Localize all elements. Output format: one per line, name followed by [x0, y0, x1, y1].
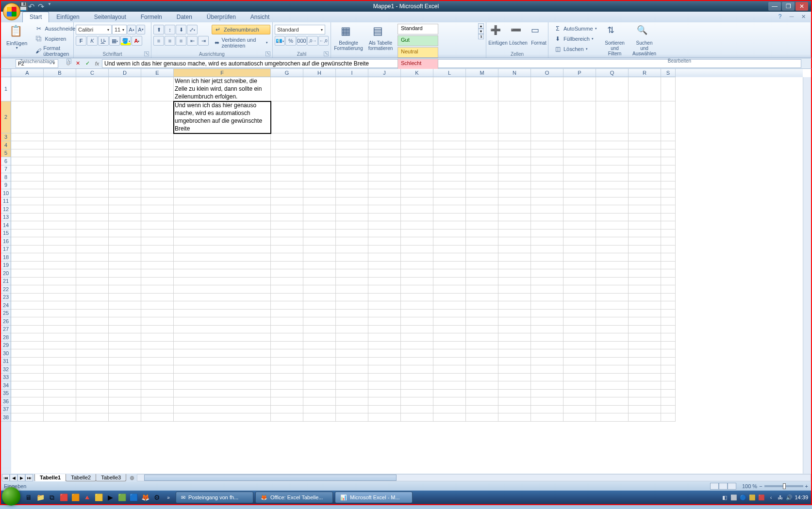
cell-S17[interactable]	[661, 246, 676, 254]
row-header-11[interactable]: 11	[1, 197, 11, 206]
cell-N13[interactable]	[498, 213, 531, 222]
cell-L8[interactable]	[433, 173, 466, 181]
row-header-23[interactable]: 23	[1, 294, 11, 302]
help-icon[interactable]: ?	[776, 13, 784, 20]
cell-K22[interactable]	[401, 285, 433, 294]
cell-E25[interactable]	[141, 310, 174, 318]
row-header-37[interactable]: 37	[1, 406, 11, 414]
cell-R24[interactable]	[629, 301, 661, 310]
cell-I18[interactable]	[336, 253, 368, 262]
cell-J16[interactable]	[368, 237, 401, 246]
cell-B3[interactable]	[44, 133, 76, 142]
cell-C31[interactable]	[76, 358, 109, 366]
cell-D35[interactable]	[109, 390, 141, 398]
cell-C28[interactable]	[76, 333, 109, 342]
font-size-combo[interactable]: 11▾	[112, 25, 127, 34]
cell-E10[interactable]	[141, 189, 174, 197]
cell-B16[interactable]	[44, 237, 76, 246]
cell-O31[interactable]	[531, 358, 563, 366]
cell-A2[interactable]	[11, 101, 44, 133]
cell-H7[interactable]	[303, 165, 336, 174]
row-header-6[interactable]: 6	[1, 157, 11, 165]
cell-S7[interactable]	[661, 165, 676, 174]
cell-E1[interactable]	[141, 77, 174, 101]
cell-M14[interactable]	[466, 221, 498, 230]
cell-Q5[interactable]	[596, 149, 629, 158]
cell-M38[interactable]	[466, 413, 498, 422]
cell-G3[interactable]	[271, 133, 303, 142]
cell-B24[interactable]	[44, 301, 76, 310]
cell-C33[interactable]	[76, 374, 109, 382]
cell-Q2[interactable]	[596, 101, 629, 133]
cell-L27[interactable]	[433, 326, 466, 334]
cell-M11[interactable]	[466, 197, 498, 206]
cell-E14[interactable]	[141, 221, 174, 230]
cell-Q37[interactable]	[596, 406, 629, 414]
cell-O5[interactable]	[531, 149, 563, 158]
cell-J36[interactable]	[368, 397, 401, 406]
cell-E20[interactable]	[141, 269, 174, 278]
cell-J34[interactable]	[368, 381, 401, 390]
cell-S12[interactable]	[661, 205, 676, 213]
cell-C17[interactable]	[76, 246, 109, 254]
ql-vlc-icon[interactable]: 🔺	[82, 492, 92, 503]
col-header-N[interactable]: N	[498, 69, 531, 77]
cell-S31[interactable]	[661, 358, 676, 366]
cell-R38[interactable]	[629, 413, 661, 422]
cell-D30[interactable]	[109, 349, 141, 358]
cell-R19[interactable]	[629, 262, 661, 270]
cell-N3[interactable]	[498, 133, 531, 142]
cell-F18[interactable]	[174, 253, 271, 262]
cell-N2[interactable]	[498, 101, 531, 133]
cell-E38[interactable]	[141, 413, 174, 422]
cell-L29[interactable]	[433, 342, 466, 350]
cell-H10[interactable]	[303, 189, 336, 197]
clipboard-dialog-launcher[interactable]: ⤡	[66, 59, 71, 64]
cell-A11[interactable]	[11, 197, 44, 206]
cell-I23[interactable]	[336, 294, 368, 302]
cell-P26[interactable]	[563, 317, 596, 326]
cell-E17[interactable]	[141, 246, 174, 254]
cell-I8[interactable]	[336, 173, 368, 181]
cell-G7[interactable]	[271, 165, 303, 174]
cell-A14[interactable]	[11, 221, 44, 230]
cell-H36[interactable]	[303, 397, 336, 406]
cell-K13[interactable]	[401, 213, 433, 222]
vertical-scrollbar[interactable]	[803, 77, 811, 474]
cell-Q12[interactable]	[596, 205, 629, 213]
cell-K6[interactable]	[401, 157, 433, 165]
cell-L37[interactable]	[433, 406, 466, 414]
autosum-button[interactable]: ΣAutoSumme▾	[551, 24, 599, 33]
conditional-format-button[interactable]: ▦Bedingte Formatierung	[333, 23, 364, 70]
cell-J15[interactable]	[368, 230, 401, 238]
cell-R36[interactable]	[629, 397, 661, 406]
cell-M33[interactable]	[466, 374, 498, 382]
row-header-13[interactable]: 13	[1, 213, 11, 222]
increase-decimal-button[interactable]: ,0→	[307, 36, 317, 46]
cell-R31[interactable]	[629, 358, 661, 366]
cell-S34[interactable]	[661, 381, 676, 390]
row-header-9[interactable]: 9	[1, 181, 11, 190]
cell-H12[interactable]	[303, 205, 336, 213]
cell-D16[interactable]	[109, 237, 141, 246]
cell-A25[interactable]	[11, 310, 44, 318]
sheet-tab-tabelle1[interactable]: Tabelle1	[34, 474, 66, 481]
border-button[interactable]: ▦▾	[109, 36, 120, 46]
cell-O28[interactable]	[531, 333, 563, 342]
cell-H17[interactable]	[303, 246, 336, 254]
taskbar-outlook[interactable]: ✉Posteingang von fh...	[176, 492, 253, 503]
cell-Q19[interactable]	[596, 262, 629, 270]
cell-H20[interactable]	[303, 269, 336, 278]
cell-F9[interactable]	[174, 181, 271, 190]
cell-E22[interactable]	[141, 285, 174, 294]
cell-E18[interactable]	[141, 253, 174, 262]
align-bottom-button[interactable]: ⬇	[176, 25, 186, 34]
cell-E23[interactable]	[141, 294, 174, 302]
cell-J11[interactable]	[368, 197, 401, 206]
cell-P25[interactable]	[563, 310, 596, 318]
cell-D21[interactable]	[109, 278, 141, 286]
cell-D37[interactable]	[109, 406, 141, 414]
cell-K7[interactable]	[401, 165, 433, 174]
underline-button[interactable]: U▾	[98, 36, 109, 46]
cell-Q38[interactable]	[596, 413, 629, 422]
